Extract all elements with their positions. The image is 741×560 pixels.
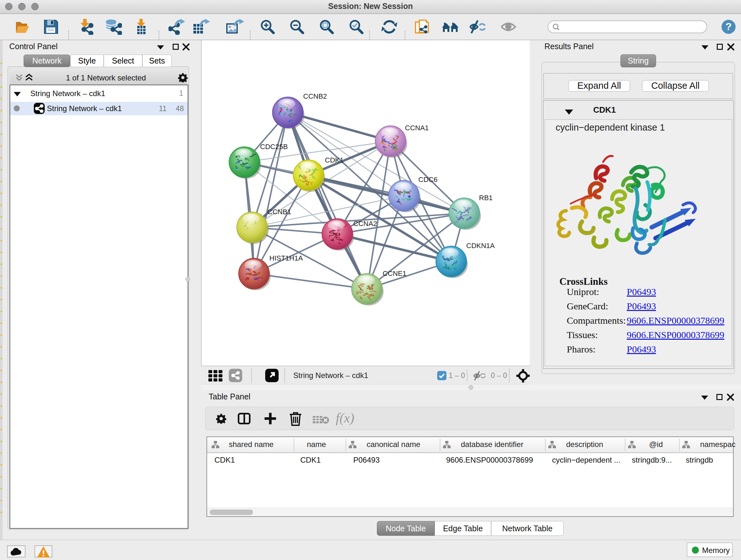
svg-text:CDC25B: CDC25B	[260, 143, 288, 151]
svg-text:CCNE1: CCNE1	[383, 269, 407, 277]
svg-text:CCNB2: CCNB2	[303, 92, 327, 100]
svg-text:CCNA1: CCNA1	[405, 124, 429, 132]
svg-text:?: ?	[725, 21, 732, 32]
svg-text:CCNA2: CCNA2	[353, 220, 377, 228]
svg-text:CDK1: CDK1	[325, 156, 344, 164]
svg-text:CCNB1: CCNB1	[267, 208, 291, 216]
svg-text:RB1: RB1	[479, 194, 493, 202]
svg-text:HIST1H1A: HIST1H1A	[269, 254, 303, 262]
svg-text:CDC6: CDC6	[418, 176, 437, 184]
svg-text:CDKN1A: CDKN1A	[466, 242, 495, 250]
